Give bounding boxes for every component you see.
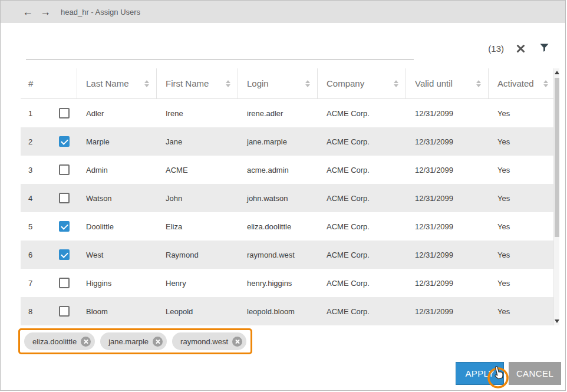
column-label: Company bbox=[327, 78, 364, 88]
cell-activated: Yes bbox=[489, 297, 555, 325]
sort-arrows-icon[interactable] bbox=[144, 80, 149, 87]
table-row[interactable]: 1AdlerIreneirene.adlerACME Corp.12/31/20… bbox=[21, 99, 555, 127]
scroll-up-icon[interactable] bbox=[554, 68, 560, 77]
row-checkbox[interactable] bbox=[59, 108, 70, 118]
selected-user-chip: raymond.west bbox=[172, 332, 246, 350]
column-header-last_name[interactable]: Last Name bbox=[77, 68, 157, 98]
column-header-num: # bbox=[21, 68, 77, 98]
cell-activated: Yes bbox=[489, 269, 555, 297]
back-arrow-icon[interactable]: ← bbox=[21, 1, 35, 23]
table-row[interactable]: 4WatsonJohnjohn.watsonACME Corp.12/31/20… bbox=[21, 184, 555, 212]
row-checkbox[interactable] bbox=[59, 221, 70, 232]
column-header-company[interactable]: Company bbox=[318, 68, 406, 98]
cell-login: john.watson bbox=[238, 184, 318, 212]
forward-arrow-icon[interactable]: → bbox=[38, 1, 52, 23]
cell-company: ACME Corp. bbox=[318, 212, 406, 241]
sort-arrows-icon[interactable] bbox=[476, 80, 481, 87]
row-number: 7 bbox=[28, 279, 59, 288]
cell-activated: Yes bbox=[489, 241, 555, 269]
table-row[interactable]: 7HigginsHenryhenry.higginsACME Corp.12/3… bbox=[21, 269, 555, 297]
cell-last-name: Admin bbox=[77, 156, 157, 184]
column-label: Login bbox=[247, 78, 269, 88]
cell-valid-until: 12/31/2099 bbox=[406, 212, 489, 241]
sort-up-icon bbox=[543, 80, 548, 83]
row-num-cell: 2 bbox=[21, 127, 77, 156]
sort-up-icon bbox=[305, 80, 310, 83]
row-number: 5 bbox=[28, 222, 59, 231]
cancel-button[interactable]: CANCEL bbox=[509, 362, 561, 385]
row-checkbox[interactable] bbox=[59, 164, 70, 175]
row-num-cell: 6 bbox=[21, 241, 77, 269]
cell-company: ACME Corp. bbox=[318, 99, 406, 127]
sort-up-icon bbox=[226, 80, 230, 83]
sort-down-icon bbox=[476, 84, 481, 87]
chip-remove-icon[interactable] bbox=[153, 337, 163, 347]
cell-first-name: ACME bbox=[157, 156, 238, 184]
cell-activated: Yes bbox=[489, 184, 555, 212]
row-checkbox[interactable] bbox=[59, 278, 70, 288]
sort-down-icon bbox=[226, 84, 230, 87]
scrollbar-thumb[interactable] bbox=[555, 78, 559, 237]
column-header-first_name[interactable]: First Name bbox=[157, 68, 238, 98]
search-input[interactable] bbox=[26, 37, 414, 60]
row-checkbox[interactable] bbox=[59, 306, 70, 317]
cell-first-name: Raymond bbox=[157, 241, 238, 269]
cell-company: ACME Corp. bbox=[318, 184, 406, 212]
cell-valid-until: 12/31/2099 bbox=[406, 99, 489, 127]
cell-last-name: Watson bbox=[77, 184, 157, 212]
chips-highlight-annotation: eliza.doolittlejane.marpleraymond.west bbox=[18, 328, 252, 354]
cell-login: jane.marple bbox=[238, 127, 318, 156]
cell-valid-until: 12/31/2099 bbox=[406, 184, 489, 212]
cell-login: irene.adler bbox=[238, 99, 318, 127]
row-checkbox[interactable] bbox=[59, 136, 70, 147]
cell-login: acme.admin bbox=[238, 156, 318, 184]
table-row[interactable]: 6WestRaymondraymond.westACME Corp.12/31/… bbox=[21, 241, 555, 269]
titlebar: ← → head_hr - Assign Users bbox=[1, 1, 565, 23]
sort-up-icon bbox=[394, 80, 398, 83]
sort-arrows-icon[interactable] bbox=[543, 80, 548, 87]
chip-label: eliza.doolittle bbox=[32, 337, 77, 346]
cell-valid-until: 12/31/2099 bbox=[406, 297, 489, 325]
column-label: Last Name bbox=[86, 78, 129, 88]
cell-last-name: Higgins bbox=[77, 269, 157, 297]
scroll-down-icon[interactable] bbox=[554, 317, 560, 325]
table-row[interactable]: 2MarpleJanejane.marpleACME Corp.12/31/20… bbox=[21, 127, 555, 156]
chip-remove-icon[interactable] bbox=[81, 337, 91, 347]
column-label: First Name bbox=[166, 78, 209, 88]
row-checkbox[interactable] bbox=[59, 193, 70, 203]
cell-company: ACME Corp. bbox=[318, 241, 406, 269]
clear-filter-icon[interactable] bbox=[516, 44, 526, 54]
cell-valid-until: 12/31/2099 bbox=[406, 241, 489, 269]
cell-login: eliza.doolittle bbox=[238, 212, 318, 241]
users-table: #Last NameFirst NameLoginCompanyValid un… bbox=[21, 68, 555, 325]
sort-arrows-icon[interactable] bbox=[305, 80, 310, 87]
cell-first-name: Irene bbox=[157, 99, 238, 127]
filter-row: (13) bbox=[26, 36, 550, 61]
table-row[interactable]: 3AdminACMEacme.adminACME Corp.12/31/2099… bbox=[21, 156, 555, 184]
selected-user-chip: eliza.doolittle bbox=[24, 332, 95, 350]
sort-down-icon bbox=[144, 84, 149, 87]
assign-users-dialog: ← → head_hr - Assign Users (13) #Last Na… bbox=[0, 0, 566, 391]
apply-button[interactable]: APPLY bbox=[456, 362, 504, 385]
sort-arrows-icon[interactable] bbox=[394, 80, 398, 87]
row-checkbox[interactable] bbox=[59, 249, 70, 260]
selected-user-chip: jane.marple bbox=[100, 332, 167, 350]
table-row[interactable]: 5DoolittleElizaeliza.doolittleACME Corp.… bbox=[21, 212, 555, 241]
cell-first-name: Eliza bbox=[157, 212, 238, 241]
cell-first-name: John bbox=[157, 184, 238, 212]
row-num-cell: 8 bbox=[21, 297, 77, 325]
column-header-login[interactable]: Login bbox=[238, 68, 318, 98]
chip-label: raymond.west bbox=[180, 337, 228, 346]
chip-remove-icon[interactable] bbox=[232, 337, 242, 347]
column-header-activated[interactable]: Activated bbox=[489, 68, 555, 98]
column-header-valid_until[interactable]: Valid until bbox=[406, 68, 489, 98]
sort-arrows-icon[interactable] bbox=[226, 80, 230, 87]
sort-down-icon bbox=[394, 84, 398, 87]
cell-activated: Yes bbox=[489, 127, 555, 156]
table-row[interactable]: 8BloomLeopoldleopold.bloomACME Corp.12/3… bbox=[21, 297, 555, 325]
row-num-cell: 3 bbox=[21, 156, 77, 184]
filter-funnel-icon[interactable] bbox=[539, 42, 550, 55]
column-label: Valid until bbox=[415, 78, 453, 88]
table-scrollbar[interactable] bbox=[553, 68, 559, 325]
sort-down-icon bbox=[543, 84, 548, 87]
